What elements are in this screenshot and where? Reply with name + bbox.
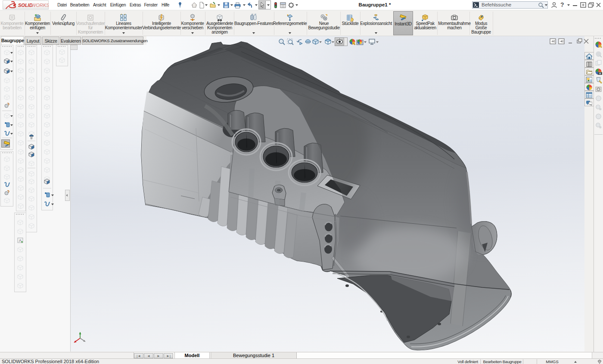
svg-text:WORKS: WORKS xyxy=(31,3,49,8)
svg-text:A: A xyxy=(19,238,22,243)
svg-text:SOLID: SOLID xyxy=(18,3,33,8)
